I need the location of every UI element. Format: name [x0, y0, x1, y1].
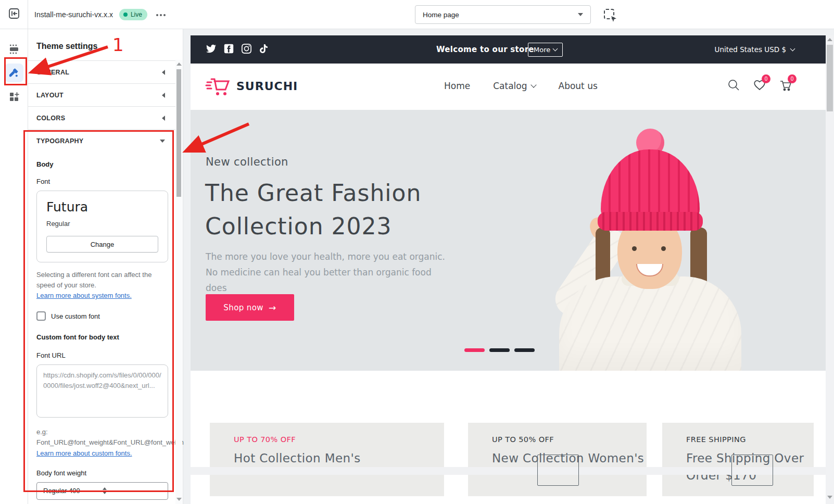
theme-options-menu-button[interactable]	[154, 7, 168, 22]
hero-photo-woman-pink-beanie	[534, 120, 779, 371]
store-logo[interactable]: SURUCHI	[205, 75, 298, 97]
social-links	[206, 44, 268, 54]
carousel-indicators	[464, 348, 535, 352]
font-url-label: Font URL	[36, 351, 168, 359]
font-help-text: Selecting a different font can affect th…	[36, 270, 168, 291]
store-preview: Welcome to our store More United States …	[191, 35, 826, 504]
panel-scrollbar[interactable]	[175, 60, 182, 504]
brand-name: SURUCHI	[236, 80, 298, 93]
editor-rail	[0, 29, 28, 504]
wishlist-count-badge: 0	[762, 74, 770, 83]
search-icon	[727, 78, 740, 92]
hero-description: The more you love your health, more you …	[206, 249, 450, 296]
paintbrush-icon	[8, 67, 20, 79]
nav-catalog[interactable]: Catalog	[493, 81, 535, 91]
section-general[interactable]: GENERAL	[28, 60, 176, 83]
nav-home[interactable]: Home	[444, 81, 470, 91]
chevron-down-icon	[578, 13, 583, 16]
announcement-more-button[interactable]: More	[528, 43, 563, 57]
page-selector-value: Home page	[423, 11, 578, 19]
arrow-right-icon: →	[269, 303, 276, 313]
rail-sections-button[interactable]	[5, 40, 23, 58]
search-button[interactable]	[727, 78, 740, 92]
chevron-down-icon	[790, 46, 795, 51]
custom-font-heading: Custom font for body text	[36, 333, 168, 341]
twitter-icon[interactable]	[206, 44, 216, 54]
announcement-bar: Welcome to our store More United States …	[191, 35, 826, 64]
font-url-example: e.g: Font_URL@font_weight&Font_URL@font_…	[36, 427, 168, 458]
header-icons: 0 0	[727, 78, 792, 92]
locale-selector[interactable]: United States USD $	[715, 45, 794, 54]
hero-section: New collection The Great Fashion Collect…	[191, 110, 826, 371]
collapse-icon	[162, 70, 165, 75]
carousel-dot-active[interactable]	[464, 348, 485, 352]
use-custom-font-row[interactable]: Use custom font	[36, 311, 168, 321]
section-typography[interactable]: TYPOGRAPHY	[28, 129, 176, 152]
exit-icon	[8, 8, 20, 21]
theme-settings-panel: Theme settings GENERAL LAYOUT COLORS TYP…	[28, 29, 183, 504]
hero-eyebrow: New collection	[206, 156, 288, 168]
carousel-dot[interactable]	[514, 348, 535, 352]
custom-fonts-link[interactable]: Learn more about custom fonts.	[36, 449, 132, 457]
typography-settings: Body Font Futura Regular Change Selectin…	[28, 152, 176, 504]
store-nav: Home Catalog About us	[444, 81, 598, 91]
font-label: Font	[36, 178, 168, 185]
body-font-weight-select[interactable]: Regular 400	[36, 482, 168, 500]
font-name: Futura	[46, 199, 158, 215]
live-status-badge: Live	[119, 9, 147, 20]
scroll-up-icon[interactable]	[827, 38, 832, 41]
collapse-icon	[162, 116, 165, 121]
wishlist-button[interactable]: 0	[753, 78, 766, 92]
section-colors[interactable]: COLORS	[28, 106, 176, 129]
section-layout[interactable]: LAYOUT	[28, 83, 176, 106]
chevron-down-icon	[530, 82, 536, 87]
chevron-down-icon	[553, 46, 558, 52]
shop-now-button[interactable]: Shop now →	[206, 294, 294, 321]
rail-theme-settings-button[interactable]	[5, 64, 23, 82]
expand-icon	[160, 140, 165, 143]
font-style: Regular	[46, 220, 158, 228]
hero-title: The Great Fashion Collection 2023	[205, 177, 421, 243]
cart-button[interactable]: 0	[779, 78, 792, 92]
apps-icon	[8, 91, 20, 103]
theme-name: Install-me-suruchi-vx.x.x	[34, 10, 113, 19]
promo-card-mens[interactable]: UP TO 70% OFF Hot Collection Men's	[210, 423, 444, 496]
use-custom-font-checkbox[interactable]	[36, 311, 46, 321]
welcome-text: Welcome to our store	[436, 45, 534, 54]
carousel-dot[interactable]	[489, 348, 510, 352]
select-arrows-icon	[103, 487, 162, 494]
promo-section: UP TO 70% OFF Hot Collection Men's UP TO…	[191, 371, 826, 504]
body-group-title: Body	[36, 160, 168, 168]
system-fonts-link[interactable]: Learn more about system fonts.	[36, 292, 132, 299]
font-preview-card: Futura Regular Change	[36, 191, 168, 262]
rail-apps-button[interactable]	[5, 87, 23, 106]
live-dot-icon	[123, 12, 128, 17]
cart-logo-icon	[205, 75, 231, 97]
body-font-weight-label: Body font weight	[36, 469, 168, 477]
promo-shop-button[interactable]	[731, 455, 773, 486]
scroll-down-icon[interactable]	[827, 496, 832, 499]
store-header: SURUCHI Home Catalog About us 0	[191, 64, 826, 110]
scroll-up-icon[interactable]	[176, 62, 182, 66]
nav-about[interactable]: About us	[559, 81, 598, 91]
next-section-strip	[191, 467, 826, 475]
page-selector-dropdown[interactable]: Home page	[415, 5, 591, 24]
scroll-down-icon[interactable]	[176, 498, 182, 501]
inspect-section-button[interactable]	[603, 8, 616, 21]
cart-count-badge: 0	[788, 74, 797, 83]
sections-icon	[8, 43, 20, 55]
promo-shop-button[interactable]	[537, 455, 579, 486]
ellipsis-icon	[160, 14, 162, 16]
preview-scrollbar-thumb[interactable]	[827, 45, 833, 111]
preview-scrollbar[interactable]	[826, 35, 834, 504]
instagram-icon[interactable]	[242, 44, 251, 54]
facebook-icon[interactable]	[224, 44, 234, 54]
exit-editor-button[interactable]	[0, 0, 28, 29]
change-font-button[interactable]: Change	[46, 236, 158, 253]
editor-topbar: Install-me-suruchi-vx.x.x Live Home page	[0, 0, 834, 29]
font-url-input[interactable]	[36, 364, 168, 418]
tiktok-icon[interactable]	[259, 44, 268, 54]
collapse-icon	[162, 93, 165, 98]
cursor-icon	[611, 16, 617, 22]
panel-scrollbar-thumb[interactable]	[176, 69, 181, 197]
